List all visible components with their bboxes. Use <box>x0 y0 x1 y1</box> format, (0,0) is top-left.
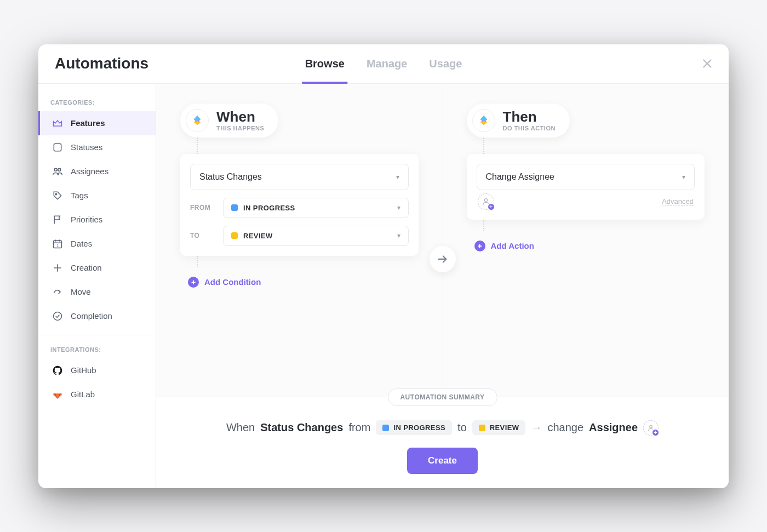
plus-badge-icon: + <box>487 203 495 211</box>
arrow-right-icon: → <box>531 421 542 434</box>
summary-to-word: to <box>457 421 467 434</box>
sidebar-item-label: Dates <box>71 239 92 248</box>
when-title: When <box>216 110 264 124</box>
action-select[interactable]: Change Assignee ▾ <box>477 164 695 190</box>
advanced-link[interactable]: Advanced <box>662 197 694 206</box>
svg-point-3 <box>54 168 57 171</box>
from-label: FROM <box>190 204 214 211</box>
sidebar-item-priorities[interactable]: Priorities <box>38 208 156 232</box>
chevron-down-icon: ▾ <box>396 173 399 181</box>
connector-line <box>197 256 419 267</box>
from-status-select[interactable]: IN PROGRESS ▾ <box>223 198 409 218</box>
app-logo-icon <box>186 109 209 132</box>
sidebar-item-gitlab[interactable]: GitLab <box>38 382 156 407</box>
summary-trigger: Status Changes <box>260 421 343 434</box>
tag-icon <box>52 190 63 201</box>
action-card: Change Assignee ▾ + Advanced <box>467 154 705 220</box>
summary-sentence: When Status Changes from IN PROGRESS to … <box>173 420 712 436</box>
sidebar-item-label: Features <box>71 118 105 128</box>
flag-icon <box>52 214 63 225</box>
when-header: When THIS HAPPENS <box>180 104 278 138</box>
sidebar-item-tags[interactable]: Tags <box>38 184 156 208</box>
sidebar-item-label: Statuses <box>71 142 102 152</box>
summary-panel: AUTOMATION SUMMARY When Status Changes f… <box>156 397 729 488</box>
chevron-down-icon: ▾ <box>397 204 400 211</box>
github-icon <box>52 365 63 376</box>
svg-point-10 <box>650 425 652 428</box>
app-logo-icon <box>472 109 495 132</box>
to-status-value: REVIEW <box>243 232 273 240</box>
main-panel: When THIS HAPPENS Status Changes ▾ FROM <box>156 84 729 488</box>
sidebar-item-dates[interactable]: 1 Dates <box>38 232 156 256</box>
connector-line <box>483 138 705 154</box>
sidebar: CATEGORIES: Features Statuses Assignees … <box>38 84 156 488</box>
status-color-icon <box>479 425 485 431</box>
svg-point-8 <box>54 312 62 320</box>
add-condition-button[interactable]: + Add Condition <box>188 277 419 288</box>
status-color-icon <box>382 425 389 431</box>
sidebar-item-label: Priorities <box>71 215 102 224</box>
svg-text:1: 1 <box>56 243 59 247</box>
sidebar-item-label: GitLab <box>71 390 95 399</box>
chevron-down-icon: ▾ <box>682 173 685 181</box>
summary-to-chip: REVIEW <box>472 420 526 435</box>
sidebar-item-github[interactable]: GitHub <box>38 358 156 382</box>
sidebar-item-statuses[interactable]: Statuses <box>38 135 156 159</box>
sidebar-item-label: Completion <box>71 311 112 321</box>
to-label: TO <box>190 232 214 239</box>
then-subtitle: DO THIS ACTION <box>503 125 556 131</box>
action-value: Change Assignee <box>486 172 554 182</box>
connector-line <box>483 220 705 231</box>
divider <box>38 335 156 335</box>
tab-browse[interactable]: Browse <box>305 44 345 83</box>
plus-circle-icon: + <box>188 277 199 288</box>
summary-from-chip: IN PROGRESS <box>376 420 452 435</box>
crown-icon <box>52 118 63 129</box>
page-title: Automations <box>55 55 148 72</box>
summary-assignee-slot[interactable]: + <box>643 420 659 436</box>
gitlab-icon <box>52 389 63 400</box>
automations-modal: Automations Browse Manage Usage CATEGORI… <box>38 44 729 488</box>
sidebar-item-features[interactable]: Features <box>38 111 156 135</box>
tab-usage[interactable]: Usage <box>429 44 462 83</box>
add-assignee-button[interactable]: + <box>478 193 494 210</box>
sidebar-item-assignees[interactable]: Assignees <box>38 159 156 184</box>
arrow-right-icon <box>430 246 456 272</box>
sidebar-item-label: Move <box>71 287 91 296</box>
summary-change-word: change <box>547 421 583 434</box>
trigger-select[interactable]: Status Changes ▾ <box>190 164 409 190</box>
summary-badge: AUTOMATION SUMMARY <box>387 388 497 406</box>
create-button[interactable]: Create <box>407 448 478 474</box>
sidebar-item-label: Assignees <box>71 167 108 176</box>
users-icon <box>52 166 63 177</box>
tab-manage[interactable]: Manage <box>367 44 407 83</box>
sidebar-item-label: Creation <box>71 263 102 272</box>
chevron-down-icon: ▾ <box>397 232 400 239</box>
modal-body: CATEGORIES: Features Statuses Assignees … <box>38 84 729 488</box>
summary-from-word: from <box>348 421 370 434</box>
to-status-select[interactable]: REVIEW ▾ <box>223 226 409 246</box>
sidebar-item-creation[interactable]: Creation <box>38 256 156 280</box>
modal-header: Automations Browse Manage Usage <box>38 44 729 84</box>
status-color-icon <box>231 204 238 211</box>
sidebar-item-label: Tags <box>71 191 88 200</box>
svg-rect-2 <box>54 144 61 151</box>
summary-when-word: When <box>226 421 255 434</box>
close-icon[interactable] <box>701 58 713 70</box>
summary-from-status: IN PROGRESS <box>393 424 445 432</box>
add-action-label: Add Action <box>491 241 534 250</box>
trigger-value: Status Changes <box>199 172 262 182</box>
sidebar-item-completion[interactable]: Completion <box>38 304 156 328</box>
connector-line <box>197 138 419 154</box>
trigger-card: Status Changes ▾ FROM IN PROGRESS ▾ TO <box>180 154 419 256</box>
svg-point-4 <box>58 168 61 171</box>
then-header: Then DO THIS ACTION <box>467 104 570 138</box>
then-title: Then <box>503 110 556 124</box>
sidebar-item-move[interactable]: Move <box>38 280 156 304</box>
add-action-button[interactable]: + Add Action <box>474 241 705 251</box>
svg-point-9 <box>484 198 487 201</box>
categories-heading: CATEGORIES: <box>38 95 156 111</box>
when-column: When THIS HAPPENS Status Changes ▾ FROM <box>156 84 443 397</box>
automation-builder: When THIS HAPPENS Status Changes ▾ FROM <box>156 84 729 397</box>
share-icon <box>52 287 63 298</box>
